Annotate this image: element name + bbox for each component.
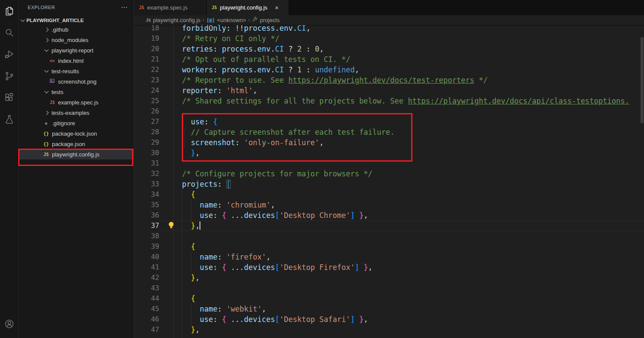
token: :	[217, 201, 226, 209]
token: ,	[364, 315, 368, 324]
token: 1	[297, 65, 302, 74]
line-number: 27	[134, 117, 159, 127]
breadcrumb-separator: ›	[248, 17, 250, 23]
workspace-root-folder[interactable]: PLAYWRIGHT_ARTICLE	[19, 16, 134, 25]
file-tree-item-tests[interactable]: tests	[19, 87, 134, 97]
code-line-44: 44 {	[134, 293, 644, 304]
line-number: 30	[134, 148, 159, 158]
activity-bar-top	[0, 0, 18, 130]
text-cursor	[200, 221, 200, 230]
file-tree-item-node-modules[interactable]: node_modules	[19, 35, 134, 45]
token: name	[200, 201, 217, 209]
token: [	[275, 263, 280, 272]
lightbulb-icon[interactable]	[168, 222, 174, 229]
token	[226, 211, 231, 220]
file-label: playwright.config.js	[52, 151, 100, 158]
activity-account-icon[interactable]	[0, 313, 18, 335]
code-text: screenshot: 'only-on-failure',	[173, 137, 324, 148]
token: :	[213, 263, 222, 272]
comment-link[interactable]: https://playwright.dev/docs/api/class-te…	[408, 97, 629, 105]
file-tree-item-package-lock.json[interactable]: {}package-lock.json	[19, 128, 134, 139]
activity-bar	[0, 0, 19, 338]
tab-playwright.config.js[interactable]: JSplaywright.config.js×	[207, 0, 289, 15]
file-tree-item-.gitignore[interactable]: ◆.gitignore	[19, 118, 134, 128]
token: }	[359, 211, 364, 220]
breadcrumb-file[interactable]: playwright.config.js	[153, 17, 200, 23]
token	[173, 117, 191, 126]
breadcrumb: JS playwright.config.js › [@] <unknown> …	[134, 15, 644, 25]
close-icon[interactable]: ×	[275, 4, 279, 11]
tab-example.spec.js[interactable]: JSexample.spec.js	[134, 0, 207, 15]
js-icon: JS	[48, 100, 56, 105]
file-tree-item-package.json[interactable]: {}package.json	[19, 139, 134, 149]
file-label: package.json	[52, 141, 85, 147]
token: {	[191, 294, 195, 303]
activity-search-icon[interactable]	[0, 22, 18, 43]
file-tree-item-playwright.config.js[interactable]: JSplaywright.config.js	[19, 149, 134, 159]
token: 'only-on-failure'	[244, 138, 319, 147]
file-tree-item-playwright-report[interactable]: playwright-report	[19, 45, 134, 55]
file-tree-item-.github[interactable]: .github	[19, 24, 134, 35]
code-line-26: 26	[134, 106, 644, 117]
symbol-object-icon: [@]	[206, 17, 215, 23]
activity-source-control-icon[interactable]	[0, 65, 18, 87]
code-line-46: 46 use: { ...devices['Desktop Safari'] }…	[134, 314, 644, 325]
token: 0	[315, 45, 319, 53]
token	[173, 45, 182, 53]
token	[355, 211, 359, 220]
activity-explorer-icon[interactable]	[0, 0, 18, 22]
line-number: 24	[134, 85, 159, 96]
code-text: {	[173, 293, 195, 304]
file-tree-item-tests-examples[interactable]: tests-examples	[19, 107, 134, 118]
token: 'chromium'	[226, 201, 270, 209]
file-label: index.html	[58, 58, 84, 64]
code-text: use: { ...devices['Desktop Safari'] },	[173, 314, 368, 325]
tab-label: example.spec.js	[147, 4, 187, 11]
activity-extensions-icon[interactable]	[0, 87, 18, 108]
token: :	[204, 117, 213, 126]
token	[173, 315, 200, 324]
line-number: 20	[134, 44, 159, 54]
code-text: {	[173, 189, 195, 200]
chevron-down-icon	[21, 18, 25, 22]
token: :	[217, 253, 226, 261]
file-tree-item-screenshot.png[interactable]: screenshot.png	[19, 76, 134, 87]
more-actions-icon[interactable]: ⋯	[121, 5, 128, 10]
token: :	[217, 86, 226, 95]
code-line-24: 24 reporter: 'html',	[134, 85, 644, 96]
token: }	[191, 273, 195, 282]
line-number: 41	[134, 262, 159, 273]
file-label: tests	[52, 89, 63, 95]
file-tree-item-test-results[interactable]: test-results	[19, 66, 134, 76]
file-label: playwright-report	[52, 47, 93, 54]
editor-scrollbar-thumb[interactable]	[641, 37, 644, 123]
breadcrumb-method[interactable]: projects	[260, 17, 280, 23]
code-line-43: 43	[134, 283, 644, 293]
activity-run-debug-icon[interactable]	[0, 43, 18, 65]
line-number: 19	[134, 33, 159, 44]
file-label: example.spec.js	[58, 99, 98, 106]
breadcrumb-symbol[interactable]: <unknown>	[217, 17, 246, 23]
token	[173, 180, 182, 188]
token: :	[213, 65, 222, 74]
html-code-icon: <>	[48, 58, 56, 63]
token: :	[235, 138, 244, 147]
token: :	[213, 315, 222, 324]
line-number: 28	[134, 127, 159, 137]
token: retries	[182, 45, 213, 53]
file-tree-item-index.html[interactable]: <>index.html	[19, 55, 134, 66]
code-text: retries: process.env.CI ? 2 : 0,	[173, 44, 324, 54]
file-label: tests-examples	[52, 110, 89, 116]
line-number: 39	[134, 241, 159, 252]
token: }	[359, 315, 364, 324]
code-text: name: 'firefox',	[173, 252, 270, 262]
token: ]	[355, 263, 359, 272]
activity-testing-icon[interactable]	[0, 108, 18, 130]
image-icon	[48, 78, 56, 85]
token: devices	[244, 263, 275, 272]
code-text: /* Reporter to use. See https://playwrig…	[173, 75, 488, 85]
indent-guide	[173, 23, 174, 338]
file-label: test-results	[52, 68, 79, 75]
comment-link[interactable]: https://playwright.dev/docs/test-reporte…	[288, 76, 474, 84]
file-tree-item-example.spec.js[interactable]: JSexample.spec.js	[19, 97, 134, 107]
